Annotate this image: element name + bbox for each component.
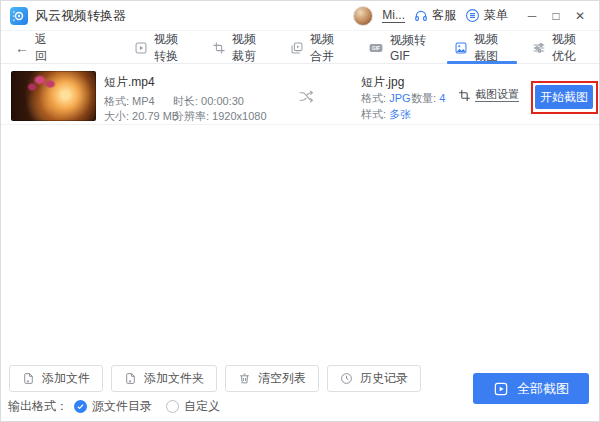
tab-label: 视频优化 [552,31,588,65]
maximize-button[interactable]: □ [545,5,567,27]
add-folder-button[interactable]: 添加文件夹 [111,365,217,392]
tab-video-crop[interactable]: 视频裁剪 [201,32,279,63]
tab-video-merge[interactable]: 视频合并 [279,32,357,63]
app-title: 风云视频转换器 [35,7,126,25]
customer-service-button[interactable]: 客服 [414,7,456,24]
source-size: 大小: 20.79 MB [104,109,179,124]
tab-strip: 视频转换 视频裁剪 视频合并 GIF 视频转GIF [123,32,599,63]
username-link[interactable]: Mi... [382,8,405,23]
close-button[interactable]: ✕ [569,5,591,27]
add-folder-label: 添加文件夹 [144,370,204,387]
output-filename: 短片.jpg [361,74,404,91]
app-window: 风云视频转换器 Mi... 客服 菜单 ─ □ ✕ [0,0,600,422]
add-file-button[interactable]: 添加文件 [9,365,103,392]
history-label: 历史记录 [360,370,408,387]
video-thumbnail [11,71,96,121]
radio-checked-icon [74,400,87,413]
folder-plus-icon [124,372,137,385]
radio-source-directory[interactable]: 源文件目录 [74,398,152,415]
output-count: 数量: 4 [411,91,445,106]
back-button[interactable]: ← 返回 [1,32,67,63]
tab-label: 视频合并 [310,31,346,65]
video-convert-icon [134,41,148,55]
video-to-gif-icon: GIF [368,41,384,55]
video-optimize-icon [532,41,546,55]
title-bar: 风云视频转换器 Mi... 客服 菜单 ─ □ ✕ [1,1,599,31]
output-style: 样式: 多张 [361,107,411,122]
menu-icon [465,8,480,23]
radio-unchecked-icon [166,400,179,413]
tab-video-to-gif[interactable]: GIF 视频转GIF [357,32,443,63]
output-format-key: 格式: [361,92,386,104]
file-plus-icon [22,372,35,385]
capture-all-label: 全部截图 [517,380,569,398]
customer-service-label: 客服 [432,7,456,24]
radio-custom[interactable]: 自定义 [166,398,220,415]
history-button[interactable]: 历史记录 [327,365,421,392]
play-square-icon [493,381,509,397]
source-filename: 短片.mp4 [104,74,155,91]
radio-custom-label: 自定义 [184,398,220,415]
tab-label: 视频截图 [474,31,510,65]
video-merge-icon [290,41,304,55]
menu-button[interactable]: 菜单 [465,7,508,24]
user-avatar[interactable] [353,6,373,26]
tab-video-screenshot[interactable]: 视频截图 [443,32,521,63]
video-crop-icon [212,41,226,55]
clock-icon [340,372,353,385]
output-count-value: 4 [439,92,445,104]
video-screenshot-icon [454,41,468,55]
shuffle-icon[interactable] [298,89,315,104]
output-format-row: 输出格式： 源文件目录 自定义 [8,398,220,415]
output-format: 格式: JPG [361,91,411,106]
radio-source-label: 源文件目录 [92,398,152,415]
minimize-button[interactable]: ─ [521,5,543,27]
tab-label: 视频转GIF [390,32,432,63]
clear-list-button[interactable]: 清空列表 [225,365,319,392]
screenshot-settings-label: 截图设置 [475,88,519,102]
add-file-label: 添加文件 [42,370,90,387]
nav-bar: ← 返回 视频转换 视频裁剪 视频合并 [1,32,599,64]
footer-toolbar: 添加文件 添加文件夹 清空列表 历史记录 [9,365,421,392]
source-duration: 时长: 00:00:30 [173,94,244,109]
menu-label: 菜单 [484,7,508,24]
capture-all-button[interactable]: 全部截图 [473,373,589,404]
clear-list-label: 清空列表 [258,370,306,387]
svg-text:GIF: GIF [372,46,380,51]
output-count-key: 数量: [411,92,436,104]
tab-video-optimize[interactable]: 视频优化 [521,32,599,63]
tab-video-convert[interactable]: 视频转换 [123,32,201,63]
crop-icon [458,89,471,102]
back-label: 返回 [35,31,53,65]
output-style-value: 多张 [389,108,411,120]
start-screenshot-button[interactable]: 开始截图 [535,85,593,109]
task-row: 短片.mp4 格式: MP4 时长: 00:00:30 大小: 20.79 MB… [1,64,599,125]
app-logo-icon [10,7,28,25]
tab-label: 视频转换 [154,31,190,65]
output-style-key: 样式: [361,108,386,120]
tab-label: 视频裁剪 [232,31,268,65]
source-format: 格式: MP4 [104,94,155,109]
source-resolution: 分辨率: 1920x1080 [173,109,267,124]
trash-icon [238,372,251,385]
headset-icon [414,9,428,23]
screenshot-settings-link[interactable]: 截图设置 [458,88,519,102]
back-arrow-icon: ← [15,40,29,56]
output-format-value: JPG [389,92,410,104]
output-format-label: 输出格式： [8,398,68,415]
